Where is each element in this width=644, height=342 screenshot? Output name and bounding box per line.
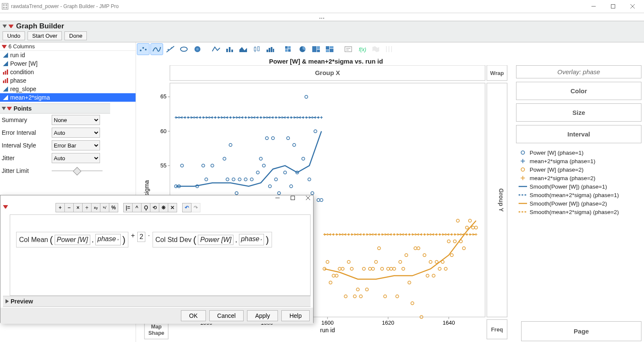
column-item[interactable]: reg_slope — [0, 85, 136, 93]
wrap-zone[interactable]: Wrap — [490, 70, 504, 76]
tb-ellipse-icon[interactable] — [178, 43, 190, 55]
cancel-button[interactable]: Cancel — [209, 310, 244, 321]
tb-formula-icon[interactable]: f(x) — [355, 43, 368, 55]
red-triangle-menu[interactable] — [3, 204, 8, 209]
arg-phase[interactable]: phase˄ — [239, 234, 264, 245]
interval-zone[interactable]: Interval — [516, 125, 641, 143]
disclosure-right-icon[interactable] — [6, 299, 9, 303]
op-assign-icon[interactable]: |= — [123, 203, 133, 212]
tb-area-icon[interactable] — [237, 43, 250, 55]
redo-icon[interactable]: ↷ — [191, 203, 200, 212]
x-axis-label[interactable]: run id — [320, 327, 335, 334]
column-item[interactable]: mean+2*sigma — [0, 93, 136, 102]
op-delete-icon[interactable]: ✕ — [168, 203, 177, 212]
legend-item[interactable]: mean+2*sigma (phase=2) — [519, 174, 639, 182]
legend-item[interactable]: Smooth(mean+2*sigma) (phase=1) — [519, 191, 639, 199]
tb-treemap-icon[interactable] — [310, 43, 322, 55]
svg-marker-18 — [3, 95, 8, 100]
column-item[interactable]: phase — [0, 76, 136, 85]
apply-button[interactable]: Apply — [247, 310, 278, 321]
formula-expression[interactable]: Col Mean ( Power [W] , phase˄ ) + 2 · Co… — [10, 214, 311, 296]
arg-phase[interactable]: phase˄ — [95, 234, 121, 245]
op-caret-icon[interactable]: ^ — [132, 203, 142, 212]
dialog-close[interactable] — [305, 195, 311, 202]
op-root-icon[interactable]: ʸ√ — [100, 203, 109, 212]
color-zone[interactable]: Color — [516, 82, 641, 100]
legend-item[interactable]: Power [W] (phase=1) — [519, 148, 639, 157]
tb-points-icon[interactable] — [137, 43, 150, 55]
tb-line-icon[interactable] — [210, 43, 222, 55]
group-x-zone[interactable]: Group X — [315, 69, 340, 76]
red-triangle-menu[interactable] — [7, 106, 12, 111]
legend-item[interactable]: Power [W] (phase=2) — [519, 165, 639, 174]
undo-icon[interactable]: ↶ — [182, 203, 192, 212]
tb-map-icon[interactable] — [369, 43, 382, 55]
tb-parallel-icon[interactable] — [383, 43, 395, 55]
freq-zone[interactable]: Freq — [491, 326, 503, 333]
column-item[interactable]: run id — [0, 51, 136, 59]
tb-heatmap-icon[interactable] — [283, 43, 295, 55]
op-times-icon[interactable]: × — [73, 203, 83, 212]
column-item[interactable]: Power [W] — [0, 59, 136, 68]
ok-button[interactable]: OK — [181, 310, 205, 321]
dialog-minimize[interactable] — [275, 195, 280, 202]
jitter-limit-slider[interactable] — [52, 167, 103, 175]
overlay-zone[interactable]: Overlay: phase — [516, 65, 641, 78]
svg-rect-6 — [611, 5, 615, 8]
tb-bar-icon[interactable] — [223, 43, 236, 55]
preview-header[interactable]: Preview — [3, 296, 311, 307]
tb-smoother-icon[interactable] — [150, 43, 163, 55]
red-triangle-menu[interactable] — [8, 24, 14, 29]
tb-caption-icon[interactable] — [342, 43, 355, 55]
fn-col-stddev[interactable]: Col Std Dev ( Power [W] , phase˄ ) — [153, 232, 272, 247]
error-interval-select[interactable]: Auto — [52, 128, 100, 138]
interval-style-select[interactable]: Error Bar — [52, 140, 100, 150]
tb-pie-icon[interactable] — [296, 43, 309, 55]
disclosure-icon[interactable] — [2, 107, 6, 110]
arg-power[interactable]: Power [W] — [198, 235, 233, 245]
tb-line-of-fit-icon[interactable] — [164, 43, 177, 55]
op-div-icon[interactable]: ÷ — [82, 203, 92, 212]
op-minus-icon[interactable]: − — [64, 203, 74, 212]
fn-col-mean[interactable]: Col Mean ( Power [W] , phase˄ ) — [16, 232, 128, 247]
undo-button[interactable]: Undo — [3, 31, 25, 40]
toolbar-overflow-icon[interactable]: ... — [0, 13, 644, 21]
legend-label: Power [W] (phase=2) — [530, 167, 583, 173]
disclosure-icon[interactable] — [3, 25, 7, 28]
red-triangle-menu[interactable] — [2, 44, 7, 49]
tb-boxplot-icon[interactable] — [250, 43, 263, 55]
done-button[interactable]: Done — [64, 31, 87, 40]
svg-rect-47 — [326, 50, 329, 52]
legend-item[interactable]: Smooth(Power [W]) (phase=1) — [519, 182, 639, 191]
dialog-maximize[interactable] — [290, 195, 295, 202]
tb-mosaic-icon[interactable] — [323, 43, 336, 55]
window-close[interactable] — [623, 0, 642, 13]
column-item[interactable]: condition — [0, 68, 136, 76]
group-y-zone[interactable]: Group Y — [498, 189, 505, 212]
page-zone[interactable]: Page — [521, 321, 641, 341]
op-plus-icon[interactable]: + — [56, 203, 65, 212]
op-group-icon[interactable]: ❋ — [159, 203, 168, 212]
jitter-select[interactable]: Auto — [52, 153, 100, 163]
const-two[interactable]: 2 — [137, 232, 145, 242]
op-power-icon[interactable]: xy — [91, 203, 100, 212]
size-zone[interactable]: Size — [516, 103, 641, 122]
legend-item[interactable]: Smooth(Power [W]) (phase=2) — [519, 199, 639, 208]
points-header[interactable]: Points — [0, 103, 110, 114]
tb-contour-icon[interactable] — [191, 43, 204, 55]
window-minimize[interactable] — [584, 0, 603, 13]
op-switch-icon[interactable]: Ϙ — [141, 203, 150, 212]
window-maximize[interactable] — [603, 0, 623, 13]
legend-item[interactable]: Smooth(mean+2*sigma) (phase=2) — [519, 208, 639, 216]
columns-header[interactable]: 6 Columns — [0, 42, 136, 51]
summary-select[interactable]: None — [52, 115, 100, 125]
op-percent-icon[interactable]: % — [109, 203, 118, 212]
arg-power[interactable]: Power [W] — [55, 235, 90, 245]
help-button[interactable]: Help — [281, 310, 310, 321]
tb-histogram-icon[interactable] — [264, 43, 277, 55]
summary-label: Summary — [2, 117, 49, 123]
op-peel-icon[interactable]: ⟲ — [150, 203, 159, 212]
start-over-button[interactable]: Start Over — [28, 31, 62, 40]
map-shape-zone[interactable]: Map — [151, 324, 162, 330]
legend-item[interactable]: mean+2*sigma (phase=1) — [519, 157, 639, 165]
